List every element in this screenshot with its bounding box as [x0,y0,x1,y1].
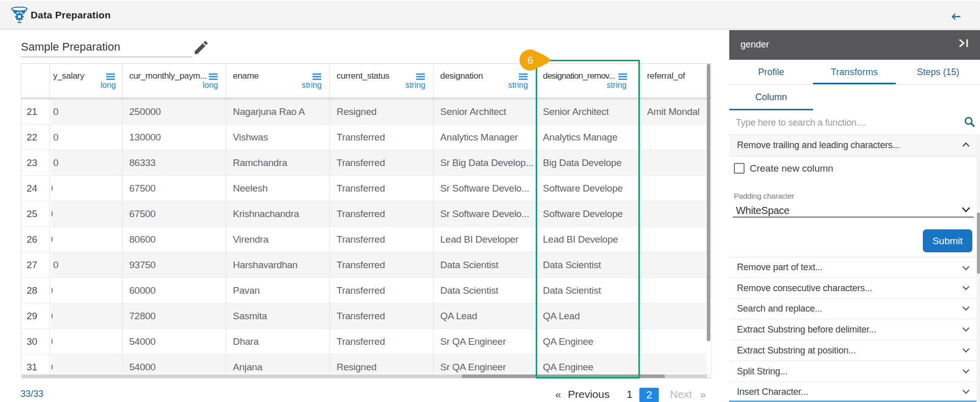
svg-text:6: 6 [528,55,533,66]
